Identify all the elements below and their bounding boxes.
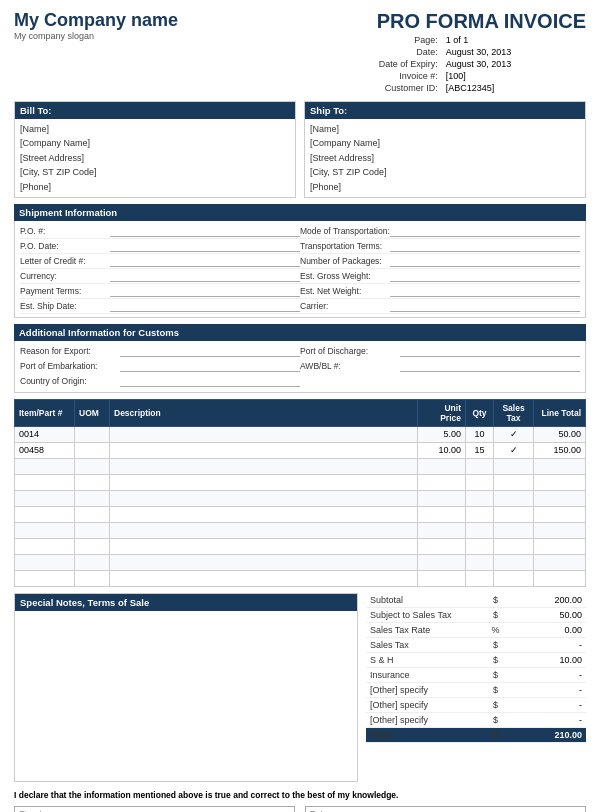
currency-value [110, 270, 300, 282]
cell-sales-tax [494, 570, 534, 586]
cell-qty [466, 522, 494, 538]
shipment-body: P.O. #: P.O. Date: Letter of Credit #: C… [14, 221, 586, 318]
shipment-row: Transportation Terms: [300, 239, 580, 254]
totals-label: [Other] specify [366, 697, 485, 712]
totals-symbol: $ [485, 652, 506, 667]
totals-symbol: % [485, 622, 506, 637]
cell-line-total [534, 570, 586, 586]
cell-description [110, 570, 418, 586]
col-item: Item/Part # [15, 399, 75, 426]
cell-qty [466, 474, 494, 490]
meta-table: Page: 1 of 1 Date: August 30, 2013 Date … [377, 33, 514, 95]
cell-item [15, 474, 75, 490]
totals-symbol: $ [485, 667, 506, 682]
totals-symbol: $ [485, 607, 506, 622]
company-info: My Company name My company slogan [14, 10, 178, 41]
cell-unit-price [418, 474, 466, 490]
totals-row: S & H $ 10.00 [366, 652, 586, 667]
carrier-value [390, 300, 580, 312]
cell-uom [75, 522, 110, 538]
bill-name: [Name] [20, 122, 290, 136]
cell-description [110, 458, 418, 474]
shipment-row: Number of Packages: [300, 254, 580, 269]
ship-company: [Company Name] [310, 136, 580, 150]
totals-row: [Other] specify $ - [366, 697, 586, 712]
cell-sales-tax: ✓ [494, 426, 534, 442]
shipment-row: Est. Gross Weight: [300, 269, 580, 284]
totals-label: Subject to Sales Tax [366, 607, 485, 622]
net-weight-value [390, 285, 580, 297]
ship-date-label: Est. Ship Date: [20, 301, 110, 311]
cell-uom [75, 426, 110, 442]
table-row [15, 554, 586, 570]
table-row [15, 474, 586, 490]
po-label: P.O. #: [20, 226, 110, 236]
totals-label: Sales Tax [366, 637, 485, 652]
lc-value [110, 255, 300, 267]
bill-company: [Company Name] [20, 136, 290, 150]
gross-weight-label: Est. Gross Weight: [300, 271, 390, 281]
customer-id-label: Customer ID: [379, 83, 444, 93]
customs-left: Reason for Export: Port of Embarkation: … [20, 344, 300, 389]
totals-label: S & H [366, 652, 485, 667]
origin-label: Country of Origin: [20, 376, 120, 386]
reason-label: Reason for Export: [20, 346, 120, 356]
totals-value: - [506, 637, 586, 652]
totals-row: Subject to Sales Tax $ 50.00 [366, 607, 586, 622]
col-unit-price: Unit Price [418, 399, 466, 426]
totals-value: - [506, 697, 586, 712]
bill-to-body: [Name] [Company Name] [Street Address] [… [15, 119, 295, 197]
customs-row: Port of Discharge: [300, 344, 580, 359]
cell-line-total [534, 474, 586, 490]
cell-qty [466, 538, 494, 554]
totals-symbol: $ [485, 682, 506, 697]
signature-box: Signature [14, 806, 295, 812]
transport-terms-label: Transportation Terms: [300, 241, 390, 251]
col-description: Description [110, 399, 418, 426]
customs-row: Port of Embarkation: [20, 359, 300, 374]
totals-value: - [506, 712, 586, 727]
items-table: Item/Part # UOM Description Unit Price Q… [14, 399, 586, 587]
cell-sales-tax [494, 538, 534, 554]
col-sales-tax: Sales Tax [494, 399, 534, 426]
cell-line-total [534, 522, 586, 538]
invoice-num-value: [100] [446, 71, 512, 81]
cell-uom [75, 554, 110, 570]
table-row [15, 570, 586, 586]
cell-description [110, 538, 418, 554]
cell-sales-tax [494, 458, 534, 474]
totals-value: - [506, 682, 586, 697]
notes-body [15, 611, 357, 781]
totals-value: 200.00 [506, 593, 586, 608]
customer-id-value: [ABC12345] [446, 83, 512, 93]
cell-item [15, 490, 75, 506]
table-row: 00458 10.00 15 ✓ 150.00 [15, 442, 586, 458]
bill-city: [City, ST ZIP Code] [20, 165, 290, 179]
cell-qty [466, 570, 494, 586]
cell-sales-tax [494, 554, 534, 570]
signature-row: Signature Date [14, 806, 586, 812]
awb-value [400, 360, 580, 372]
totals-row: [Other] specify $ - [366, 712, 586, 727]
table-row [15, 522, 586, 538]
totals-row: Total $ 210.00 [366, 727, 586, 742]
cell-description [110, 490, 418, 506]
cell-uom [75, 538, 110, 554]
cell-sales-tax: ✓ [494, 442, 534, 458]
cell-item [15, 458, 75, 474]
bottom-section: Special Notes, Terms of Sale Subtotal $ … [14, 593, 586, 782]
customs-right: Port of Discharge: AWB/BL #: [300, 344, 580, 389]
ship-to-box: Ship To: [Name] [Company Name] [Street A… [304, 101, 586, 198]
cell-item [15, 554, 75, 570]
date-box: Date [305, 806, 586, 812]
cell-qty [466, 458, 494, 474]
ship-name: [Name] [310, 122, 580, 136]
bill-ship-section: Bill To: [Name] [Company Name] [Street A… [14, 101, 586, 198]
po-date-value [110, 240, 300, 252]
cell-sales-tax [494, 522, 534, 538]
cell-unit-price [418, 570, 466, 586]
discharge-value [400, 345, 580, 357]
ship-date-value [110, 300, 300, 312]
payment-terms-label: Payment Terms: [20, 286, 110, 296]
gross-weight-value [390, 270, 580, 282]
